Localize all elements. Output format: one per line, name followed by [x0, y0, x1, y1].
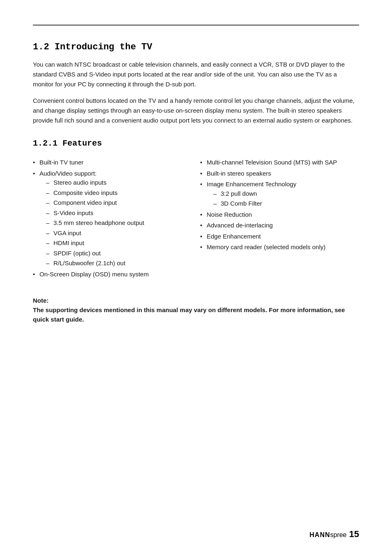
list-item: Audio/Video support: Stereo audio inputs…: [33, 169, 192, 268]
list-item: 3D Comb Filter: [213, 199, 359, 208]
list-item: Component video input: [46, 198, 192, 208]
list-item: HDMI input: [46, 239, 192, 248]
list-item: Built-in TV tuner: [33, 158, 192, 167]
brand-spree: spree: [330, 531, 346, 539]
page-number: 15: [349, 529, 359, 540]
features-columns: Built-in TV tuner Audio/Video support: S…: [33, 158, 359, 280]
section-1-2-title: 1.2 Introducing the TV: [33, 42, 359, 52]
top-rule: [33, 25, 359, 25]
list-item-text: Audio/Video support:: [39, 170, 97, 177]
list-item: Multi-channel Television Sound (MTS) wit…: [200, 158, 359, 167]
note-text: The supporting devices mentioned in this…: [33, 306, 359, 324]
list-item-text: Built-in stereo speakers: [207, 170, 271, 177]
list-item-text: Edge Enhancement: [207, 233, 261, 240]
page-container: 1.2 Introducing the TV You can watch NTS…: [0, 0, 392, 556]
intro-para-2: Convenient control buttons located on th…: [33, 96, 359, 125]
list-item-text: Image Enhancement Technology: [207, 181, 296, 188]
list-item-text: Memory card reader (selected models only…: [207, 243, 325, 250]
footer-brand: HANNspree 15: [309, 529, 359, 540]
list-item-text: Advanced de-interlacing: [207, 222, 273, 229]
list-item: Built-in stereo speakers: [200, 169, 359, 178]
feature-list-left: Built-in TV tuner Audio/Video support: S…: [33, 158, 192, 279]
list-item-text: On-Screen Display (OSD) menu system: [39, 271, 149, 278]
note-section: Note: The supporting devices mentioned i…: [33, 297, 359, 324]
list-item: Image Enhancement Technology 3:2 pull do…: [200, 180, 359, 208]
list-item: S-Video inputs: [46, 208, 192, 218]
list-item: Composite video inputs: [46, 188, 192, 198]
list-item: Memory card reader (selected models only…: [200, 243, 359, 252]
note-label: Note:: [33, 297, 359, 304]
features-col-left: Built-in TV tuner Audio/Video support: S…: [33, 158, 200, 280]
list-item: Noise Reduction: [200, 210, 359, 220]
list-item: SPDIF (optic) out: [46, 249, 192, 258]
list-item: 3.5 mm stereo headphone output: [46, 218, 192, 228]
list-item-text: Noise Reduction: [207, 211, 252, 218]
list-item: Edge Enhancement: [200, 232, 359, 241]
list-item: Stereo audio inputs: [46, 178, 192, 188]
sub-list: Stereo audio inputs Composite video inpu…: [46, 178, 192, 268]
list-item: R/L/Subwoofer (2.1ch) out: [46, 259, 192, 268]
feature-list-right: Multi-channel Television Sound (MTS) wit…: [200, 158, 359, 252]
list-item-text: Multi-channel Television Sound (MTS) wit…: [207, 159, 337, 166]
list-item-text: Built-in TV tuner: [39, 159, 83, 166]
list-item: On-Screen Display (OSD) menu system: [33, 270, 192, 279]
section-1-2-1-title: 1.2.1 Features: [33, 139, 359, 148]
list-item: 3:2 pull down: [213, 189, 359, 199]
features-col-right: Multi-channel Television Sound (MTS) wit…: [200, 158, 359, 280]
list-item: Advanced de-interlacing: [200, 221, 359, 230]
sub-sub-list: 3:2 pull down 3D Comb Filter: [213, 189, 359, 208]
list-item: VGA input: [46, 229, 192, 238]
intro-para-1: You can watch NTSC broadcast or cable te…: [33, 60, 359, 89]
brand-hann: HANN: [309, 531, 330, 539]
